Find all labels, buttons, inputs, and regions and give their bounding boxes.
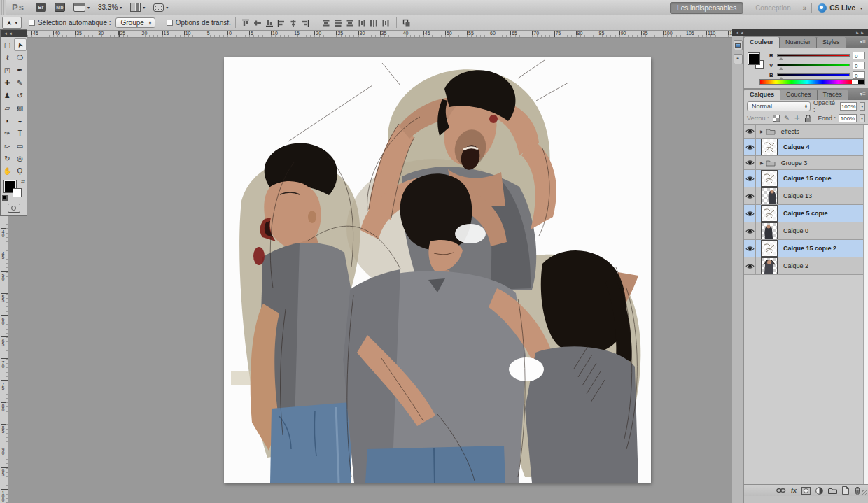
horizontal-ruler[interactable]: 4540353025201510505101520253035404550556…: [8, 31, 732, 38]
screen-mode-button[interactable]: ▾: [153, 3, 168, 12]
gradient-tool[interactable]: ▧: [14, 101, 27, 114]
document-area[interactable]: [8, 38, 732, 503]
layer-visibility-eye-icon[interactable]: [744, 205, 756, 222]
tab-couleur[interactable]: Couleur: [744, 37, 780, 48]
cs-live-button[interactable]: CS Live ▾: [818, 3, 862, 13]
distribute-left-edges[interactable]: [356, 17, 368, 29]
layer-thumbnail[interactable]: [761, 139, 778, 155]
layer-thumbnail[interactable]: [761, 205, 778, 222]
zoom-level-control[interactable]: 33.3%▾: [98, 3, 122, 11]
opacity-dropdown-icon[interactable]: ▼: [860, 102, 865, 111]
new-group-icon[interactable]: [828, 488, 837, 494]
opacity-value[interactable]: 100%: [840, 102, 858, 111]
lock-all-icon[interactable]: [804, 115, 813, 122]
eraser-tool[interactable]: ▱: [1, 101, 14, 114]
auto-align-layers[interactable]: [401, 17, 413, 29]
3d-object-rotate-tool[interactable]: ↻: [1, 152, 14, 164]
layer-visibility-eye-icon[interactable]: [744, 240, 756, 257]
panel-foreground-swatch[interactable]: [748, 53, 760, 64]
delete-layer-icon[interactable]: [854, 486, 861, 495]
launch-mini-bridge-button[interactable]: Mb: [55, 3, 65, 12]
layer-row-calque-15-copie[interactable]: Calque 15 copie: [744, 170, 868, 187]
blend-mode-dropdown[interactable]: Normal ▲▼: [747, 101, 811, 111]
dock-collapse-right-icon[interactable]: ►►: [855, 29, 865, 36]
fill-value[interactable]: 100%: [839, 114, 857, 122]
align-left-edges[interactable]: [276, 17, 288, 29]
adjustment-layer-icon[interactable]: [816, 487, 823, 495]
slider-value[interactable]: 0: [853, 52, 865, 59]
slider-track[interactable]: [777, 64, 850, 66]
mini-bridge-panel-icon[interactable]: [734, 40, 743, 50]
layers-scrollbar[interactable]: [863, 125, 868, 484]
layer-visibility-eye-icon[interactable]: [744, 156, 756, 169]
show-transform-controls-checkbox[interactable]: [167, 20, 173, 26]
auto-select-checkbox[interactable]: [29, 20, 35, 26]
tab-calques[interactable]: Calques: [744, 90, 780, 100]
clone-stamp-tool[interactable]: ♟: [1, 89, 14, 101]
align-bottom-edges[interactable]: [264, 17, 276, 29]
link-layers-icon[interactable]: [776, 488, 786, 493]
workspace-les-indispensables-button[interactable]: Les indispensables: [670, 2, 743, 14]
lock-position-icon[interactable]: ✛: [793, 115, 802, 122]
move-tool[interactable]: ➤: [14, 38, 27, 51]
layer-visibility-eye-icon[interactable]: [744, 139, 756, 155]
color-panel-menu-icon[interactable]: ▾≡: [860, 38, 866, 45]
layer-style-icon[interactable]: fx: [791, 487, 797, 494]
type-tool[interactable]: T: [14, 127, 27, 139]
quick-mask-button[interactable]: [8, 204, 20, 213]
dodge-tool[interactable]: ◒: [14, 114, 27, 127]
distribute-horizontal-centers[interactable]: [368, 17, 380, 29]
annotations-panel-icon[interactable]: ❝: [734, 54, 743, 64]
canvas[interactable]: [224, 57, 651, 483]
rectangular-marquee-tool[interactable]: ▢: [1, 38, 14, 51]
panel-resize-grip[interactable]: [862, 490, 867, 495]
launch-bridge-button[interactable]: Br: [36, 3, 46, 12]
distribute-top-edges[interactable]: [321, 17, 332, 29]
3d-camera-rotate-tool[interactable]: ◎: [14, 152, 27, 164]
group-expand-icon[interactable]: ▶: [760, 160, 764, 165]
lasso-tool[interactable]: ℓ: [1, 51, 14, 64]
eyedropper-tool[interactable]: ✒: [14, 64, 27, 76]
slider-pointer-icon[interactable]: [779, 67, 783, 70]
align-horizontal-centers[interactable]: [288, 17, 300, 29]
layer-thumbnail[interactable]: [761, 222, 778, 239]
path-selection-tool[interactable]: ▻: [1, 139, 14, 152]
background-color-swatch[interactable]: [13, 188, 22, 197]
new-layer-icon[interactable]: [842, 486, 849, 495]
view-extras-button[interactable]: ▾: [74, 3, 90, 12]
hand-tool[interactable]: ✋: [1, 164, 14, 177]
history-brush-tool[interactable]: ↺: [14, 89, 27, 101]
distribute-bottom-edges[interactable]: [344, 17, 356, 29]
arrange-documents-button[interactable]: ▾: [130, 3, 145, 12]
distribute-vertical-centers[interactable]: [332, 17, 344, 29]
layer-thumbnail[interactable]: [761, 187, 778, 204]
workspace-conception-button[interactable]: Conception: [749, 3, 797, 13]
layer-row-effects[interactable]: ▶effects: [744, 125, 868, 139]
layer-row-calque-2[interactable]: Calque 2: [744, 257, 868, 275]
layer-visibility-eye-icon[interactable]: [744, 170, 756, 187]
quick-selection-tool[interactable]: ❍: [14, 51, 27, 64]
layer-row-groupe-3[interactable]: ▶Groupe 3: [744, 156, 868, 170]
brush-tool[interactable]: ✎: [14, 76, 27, 89]
tab-nuancier[interactable]: Nuancier: [780, 37, 817, 48]
layer-thumbnail[interactable]: [761, 257, 778, 274]
tab-couches[interactable]: Couches: [780, 90, 818, 100]
fill-dropdown-icon[interactable]: ▼: [860, 114, 865, 122]
slider-track[interactable]: [777, 73, 850, 76]
distribute-right-edges[interactable]: [380, 17, 392, 29]
tab-tracés[interactable]: Tracés: [818, 90, 848, 100]
layer-visibility-eye-icon[interactable]: [744, 257, 756, 274]
layer-row-calque-15-copie-2[interactable]: Calque 15 copie 2: [744, 240, 868, 257]
slider-value[interactable]: 0: [853, 71, 865, 79]
default-colors-icon[interactable]: [2, 195, 8, 201]
tab-styles[interactable]: Styles: [817, 37, 846, 48]
layer-thumbnail[interactable]: [761, 170, 778, 187]
healing-brush-tool[interactable]: ✚: [1, 76, 14, 89]
layer-visibility-eye-icon[interactable]: [744, 125, 756, 138]
blur-tool[interactable]: ◗: [1, 114, 14, 127]
crop-tool[interactable]: ◰: [1, 64, 14, 76]
layer-row-calque-13[interactable]: Calque 13: [744, 187, 868, 205]
slider-value[interactable]: 0: [853, 62, 865, 69]
layer-visibility-eye-icon[interactable]: [744, 222, 756, 239]
layer-visibility-eye-icon[interactable]: [744, 187, 756, 204]
